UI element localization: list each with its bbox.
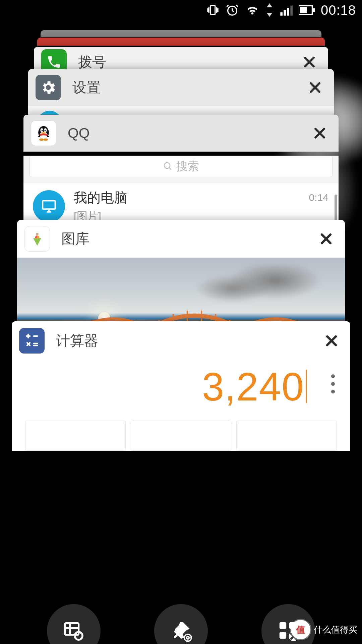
svg-point-13 <box>42 130 43 131</box>
calculator-key[interactable] <box>236 421 337 451</box>
close-qq-button[interactable] <box>311 124 328 142</box>
svg-rect-7 <box>300 7 307 13</box>
status-bar: 00:18 <box>0 0 362 20</box>
watermark: 值 什么值得买 <box>291 620 357 639</box>
battery-icon <box>299 3 315 17</box>
svg-rect-31 <box>280 622 286 629</box>
close-calculator-button[interactable] <box>323 332 340 350</box>
wifi-icon <box>245 3 260 17</box>
search-icon <box>163 161 173 171</box>
calculator-display: 3,240 <box>22 366 340 408</box>
svg-rect-19 <box>43 201 55 209</box>
svg-rect-3 <box>284 10 286 16</box>
qq-search-placeholder: 搜索 <box>176 159 199 174</box>
alarm-icon <box>226 3 239 17</box>
manage-apps-button[interactable] <box>47 604 101 644</box>
signal-icon <box>279 3 293 17</box>
monitor-icon <box>33 190 65 222</box>
svg-point-16 <box>39 139 44 141</box>
qq-chat1-time: 0:14 <box>309 192 328 203</box>
qq-title: QQ <box>68 125 311 141</box>
qq-chat1-name: 我的电脑 <box>74 189 329 207</box>
svg-rect-8 <box>313 8 315 12</box>
recent-card-stub-1[interactable] <box>41 30 321 37</box>
svg-rect-4 <box>287 8 289 15</box>
settings-icon <box>36 75 61 100</box>
svg-rect-0 <box>210 6 215 15</box>
svg-point-14 <box>45 130 46 131</box>
data-arrows-icon <box>266 3 273 17</box>
svg-point-18 <box>164 163 170 169</box>
close-dialer-button[interactable] <box>301 53 318 71</box>
calculator-display-value: 3,240 <box>202 365 304 409</box>
svg-rect-33 <box>280 632 286 639</box>
watermark-badge: 值 <box>291 620 310 639</box>
close-settings-button[interactable] <box>306 79 324 96</box>
gallery-icon <box>24 226 50 252</box>
overflow-menu-icon[interactable] <box>331 374 335 393</box>
dialer-title: 拨号 <box>78 53 301 71</box>
recent-card-stub-2[interactable] <box>37 38 325 46</box>
calculator-key[interactable] <box>25 421 126 451</box>
watermark-text: 什么值得买 <box>314 624 357 636</box>
settings-title: 设置 <box>72 78 306 97</box>
qq-search-input[interactable]: 搜索 <box>29 156 333 177</box>
calculator-icon <box>19 328 45 354</box>
clock-text: 00:18 <box>321 3 356 18</box>
qq-icon <box>31 120 56 146</box>
close-gallery-button[interactable] <box>317 230 335 248</box>
recent-apps-stack[interactable]: 拨号 设置 <box>0 30 362 644</box>
pin-app-button[interactable] <box>154 604 208 644</box>
svg-rect-20 <box>36 233 39 235</box>
calculator-title: 计算器 <box>56 331 323 350</box>
gallery-title: 图库 <box>61 229 317 248</box>
recent-card-calculator[interactable]: 计算器 3,240 <box>12 321 350 451</box>
svg-rect-2 <box>280 12 283 16</box>
vibrate-icon <box>206 3 220 17</box>
svg-rect-5 <box>290 6 293 16</box>
calculator-key[interactable] <box>131 421 231 451</box>
svg-point-17 <box>43 139 48 141</box>
